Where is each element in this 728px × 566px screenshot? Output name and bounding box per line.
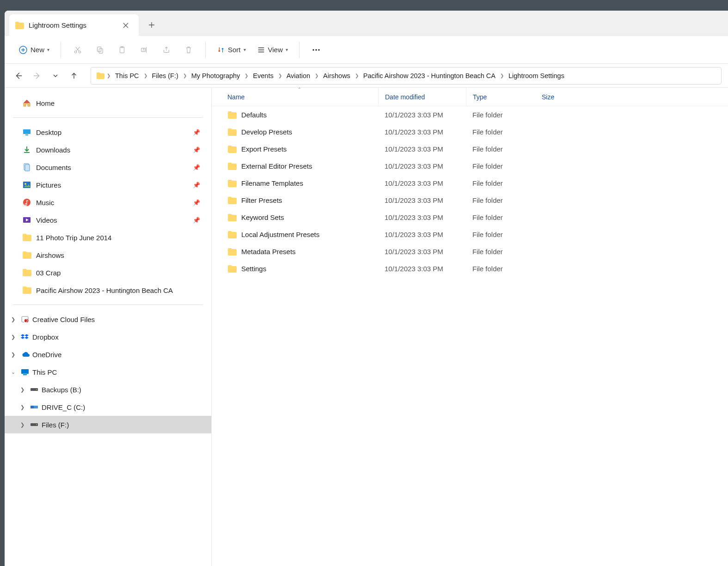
svg-rect-41 [31,406,34,408]
chevron-right-icon: ❯ [182,73,188,78]
chevron-right-icon[interactable]: ❯ [18,387,27,393]
table-row[interactable]: Filter Presets10/1/2023 3:03 PMFile fold… [212,192,728,209]
cut-button[interactable] [67,41,88,59]
sidebar-item[interactable]: Pacific Airshow 2023 - Huntington Beach … [11,281,205,299]
sidebar-item[interactable]: Pictures📌 [11,176,205,194]
up-button[interactable] [67,68,81,83]
sidebar-item-home[interactable]: Home [11,94,205,112]
copy-button[interactable] [90,41,110,59]
file-date: 10/1/2023 3:03 PM [378,179,466,187]
file-list[interactable]: Defaults10/1/2023 3:03 PMFile folderDeve… [212,106,728,566]
onedrive-icon [20,350,30,359]
sidebar-item[interactable]: Documents📌 [11,158,205,176]
file-date: 10/1/2023 3:03 PM [378,162,466,170]
sidebar-item[interactable]: Music📌 [11,194,205,211]
table-row[interactable]: Filename Templates10/1/2023 3:03 PMFile … [212,175,728,192]
breadcrumb-segment[interactable]: Pacific Airshow 2023 - Huntington Beach … [361,71,498,81]
tree-item[interactable]: ❯Dropbox [5,328,211,346]
new-button[interactable]: New ▾ [14,41,54,59]
table-row[interactable]: Settings10/1/2023 3:03 PMFile folder [212,260,728,277]
breadcrumb-segment[interactable]: Files (F:) [149,71,181,81]
sort-ascending-icon: ⌃ [298,88,301,91]
column-header-size[interactable]: Size [535,88,561,106]
sort-button[interactable]: Sort ▾ [212,41,251,59]
breadcrumb-segment[interactable]: Lightroom Settings [506,71,567,81]
address-row: ❯ This PC❯Files (F:)❯My Photography❯Even… [5,64,728,88]
folder-icon [227,264,237,274]
address-bar[interactable]: ❯ This PC❯Files (F:)❯My Photography❯Even… [91,67,722,85]
tree-item-drive[interactable]: ❯Files (F:) [5,416,211,433]
table-row[interactable]: Local Adjustment Presets10/1/2023 3:03 P… [212,226,728,243]
chevron-right-icon[interactable]: ❯ [8,334,18,340]
svg-point-7 [74,51,77,53]
chevron-right-icon[interactable]: ❯ [18,422,27,428]
separator [13,304,203,305]
breadcrumb-segment[interactable]: Aviation [284,71,313,81]
pictures-icon [22,180,31,189]
file-name: Defaults [241,111,267,119]
table-row[interactable]: Defaults10/1/2023 3:03 PMFile folder [212,106,728,123]
sidebar-item-label: 03 Crap [36,269,61,277]
table-row[interactable]: Develop Presets10/1/2023 3:03 PMFile fol… [212,123,728,140]
new-tab-button[interactable] [141,15,162,35]
tree-item-drive[interactable]: ❯DRIVE_C (C:) [5,398,211,416]
navigation-pane[interactable]: Home Desktop📌Downloads📌Documents📌Picture… [5,88,212,566]
sidebar-item[interactable]: Downloads📌 [11,141,205,158]
column-header-name[interactable]: Name ⌃ [221,88,378,106]
share-button[interactable] [156,41,177,59]
column-header-type[interactable]: Type [466,88,535,106]
sidebar-item-label: Pictures [36,181,61,189]
breadcrumb-segment[interactable]: Events [250,71,276,81]
videos-icon [22,215,31,225]
file-date: 10/1/2023 3:03 PM [378,196,466,204]
file-explorer-window: Lightroom Settings New ▾ A [5,11,728,566]
sidebar-item[interactable]: Airshows [11,246,205,264]
paste-button[interactable] [112,41,132,59]
svg-point-23 [318,49,319,50]
table-row[interactable]: External Editor Presets10/1/2023 3:03 PM… [212,158,728,175]
delete-button[interactable] [178,41,199,59]
forward-button[interactable] [30,68,44,83]
table-row[interactable]: Keyword Sets10/1/2023 3:03 PMFile folder [212,209,728,226]
folder-icon [227,213,237,222]
tab-title: Lightroom Settings [29,21,115,29]
breadcrumb-segment[interactable]: Airshows [320,71,353,81]
tree-item[interactable]: ❯Creative Cloud Files [5,310,211,328]
main-area: Home Desktop📌Downloads📌Documents📌Picture… [5,88,728,566]
sidebar-item[interactable]: 03 Crap [11,264,205,281]
view-button[interactable]: View ▾ [252,41,293,59]
chevron-right-icon: ❯ [244,73,249,78]
folder-icon [227,128,237,137]
chevron-down-icon[interactable]: ⌄ [8,369,18,375]
chevron-right-icon[interactable]: ❯ [8,316,18,323]
pin-icon: 📌 [193,217,200,224]
tab-active[interactable]: Lightroom Settings [9,14,139,36]
recent-dropdown[interactable] [48,68,63,83]
back-button[interactable] [11,68,26,83]
column-header-date[interactable]: Date modified [378,88,466,106]
more-button[interactable] [306,41,326,59]
chevron-right-icon: ❯ [143,73,148,78]
sidebar-item[interactable]: Videos📌 [11,211,205,229]
breadcrumb-segment[interactable]: This PC [112,71,142,81]
tree-item-drive[interactable]: ❯Backups (B:) [5,381,211,398]
toolbar: New ▾ A Sort ▾ View ▾ [5,36,728,64]
table-row[interactable]: Metadata Presets10/1/2023 3:03 PMFile fo… [212,243,728,260]
tree-item-thispc[interactable]: ⌄This PC [5,363,211,381]
file-date: 10/1/2023 3:03 PM [378,231,466,238]
sidebar-item[interactable]: 11 Photo Trip June 2014 [11,229,205,246]
pin-icon: 📌 [193,199,200,206]
rename-button[interactable]: A [134,41,154,59]
chevron-right-icon: ❯ [499,73,505,78]
chevron-right-icon[interactable]: ❯ [18,404,27,410]
chevron-right-icon[interactable]: ❯ [8,352,18,358]
file-type: File folder [466,248,535,256]
documents-icon [22,163,31,172]
sidebar-item[interactable]: Desktop📌 [11,123,205,141]
breadcrumb-segment[interactable]: My Photography [189,71,243,81]
close-icon[interactable] [119,19,132,32]
table-row[interactable]: Export Presets10/1/2023 3:03 PMFile fold… [212,140,728,158]
svg-point-43 [36,424,37,425]
tree-item[interactable]: ❯OneDrive [5,346,211,363]
chevron-down-icon: ▾ [47,47,49,52]
